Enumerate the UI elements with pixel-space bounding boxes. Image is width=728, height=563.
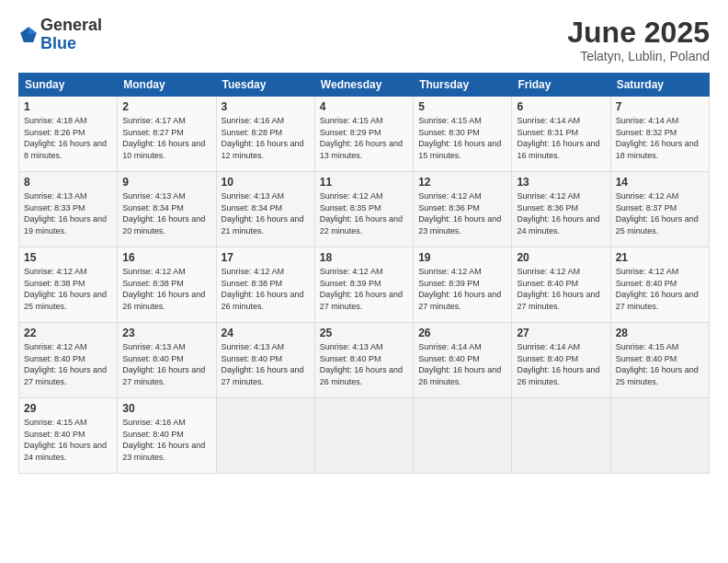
day-7: 7 Sunrise: 4:14 AMSunset: 8:32 PMDayligh… [610,97,709,172]
day-11: 11 Sunrise: 4:12 AMSunset: 8:35 PMDaylig… [314,172,413,247]
day-14: 14 Sunrise: 4:12 AMSunset: 8:37 PMDaylig… [610,172,709,247]
week-row-5: 29 Sunrise: 4:15 AMSunset: 8:40 PMDaylig… [19,398,710,474]
col-monday: Monday [118,74,216,97]
col-thursday: Thursday [414,74,512,97]
day-18: 18 Sunrise: 4:12 AMSunset: 8:39 PMDaylig… [314,247,413,323]
day-1: 1 Sunrise: 4:18 AMSunset: 8:26 PMDayligh… [19,97,118,172]
logo: General Blue [18,17,102,53]
day-20: 20 Sunrise: 4:12 AMSunset: 8:40 PMDaylig… [512,247,610,323]
day-12: 12 Sunrise: 4:12 AMSunset: 8:36 PMDaylig… [414,172,512,247]
day-24: 24 Sunrise: 4:13 AMSunset: 8:40 PMDaylig… [216,323,314,398]
day-13: 13 Sunrise: 4:12 AMSunset: 8:36 PMDaylig… [512,172,610,247]
location-subtitle: Telatyn, Lublin, Poland [567,49,710,63]
day-23: 23 Sunrise: 4:13 AMSunset: 8:40 PMDaylig… [118,323,216,398]
week-row-3: 15 Sunrise: 4:12 AMSunset: 8:38 PMDaylig… [19,247,710,323]
day-9: 9 Sunrise: 4:13 AMSunset: 8:34 PMDayligh… [118,172,216,247]
week-row-1: 1 Sunrise: 4:18 AMSunset: 8:26 PMDayligh… [19,97,710,172]
day-8: 8 Sunrise: 4:13 AMSunset: 8:33 PMDayligh… [19,172,118,247]
calendar-header-row: Sunday Monday Tuesday Wednesday Thursday… [19,74,710,97]
month-year-title: June 2025 [567,17,710,49]
logo-icon [18,25,39,45]
empty-cell-5 [610,398,709,474]
empty-cell-4 [512,398,610,474]
col-saturday: Saturday [610,74,709,97]
col-sunday: Sunday [19,74,118,97]
day-16: 16 Sunrise: 4:12 AMSunset: 8:38 PMDaylig… [118,247,216,323]
col-friday: Friday [512,74,610,97]
day-17: 17 Sunrise: 4:12 AMSunset: 8:38 PMDaylig… [216,247,314,323]
empty-cell-2 [314,398,413,474]
day-29: 29 Sunrise: 4:15 AMSunset: 8:40 PMDaylig… [19,398,118,474]
day-25: 25 Sunrise: 4:13 AMSunset: 8:40 PMDaylig… [314,323,413,398]
title-block: June 2025 Telatyn, Lublin, Poland [567,17,710,63]
logo-blue: Blue [40,35,102,53]
day-6: 6 Sunrise: 4:14 AMSunset: 8:31 PMDayligh… [512,97,610,172]
day-5: 5 Sunrise: 4:15 AMSunset: 8:30 PMDayligh… [414,97,512,172]
day-27: 27 Sunrise: 4:14 AMSunset: 8:40 PMDaylig… [512,323,610,398]
day-22: 22 Sunrise: 4:12 AMSunset: 8:40 PMDaylig… [19,323,118,398]
day-21: 21 Sunrise: 4:12 AMSunset: 8:40 PMDaylig… [610,247,709,323]
week-row-4: 22 Sunrise: 4:12 AMSunset: 8:40 PMDaylig… [19,323,710,398]
calendar-table: Sunday Monday Tuesday Wednesday Thursday… [18,73,710,474]
day-10: 10 Sunrise: 4:13 AMSunset: 8:34 PMDaylig… [216,172,314,247]
empty-cell-1 [216,398,314,474]
day-15: 15 Sunrise: 4:12 AMSunset: 8:38 PMDaylig… [19,247,118,323]
day-2: 2 Sunrise: 4:17 AMSunset: 8:27 PMDayligh… [118,97,216,172]
day-30: 30 Sunrise: 4:16 AMSunset: 8:40 PMDaylig… [118,398,216,474]
logo-text: General Blue [40,17,102,53]
day-19: 19 Sunrise: 4:12 AMSunset: 8:39 PMDaylig… [414,247,512,323]
day-26: 26 Sunrise: 4:14 AMSunset: 8:40 PMDaylig… [414,323,512,398]
col-tuesday: Tuesday [216,74,314,97]
empty-cell-3 [414,398,512,474]
day-4: 4 Sunrise: 4:15 AMSunset: 8:29 PMDayligh… [314,97,413,172]
day-28: 28 Sunrise: 4:15 AMSunset: 8:40 PMDaylig… [610,323,709,398]
week-row-2: 8 Sunrise: 4:13 AMSunset: 8:33 PMDayligh… [19,172,710,247]
col-wednesday: Wednesday [314,74,413,97]
page-header: General Blue June 2025 Telatyn, Lublin, … [18,17,710,63]
logo-general: General [40,17,102,35]
day-3: 3 Sunrise: 4:16 AMSunset: 8:28 PMDayligh… [216,97,314,172]
